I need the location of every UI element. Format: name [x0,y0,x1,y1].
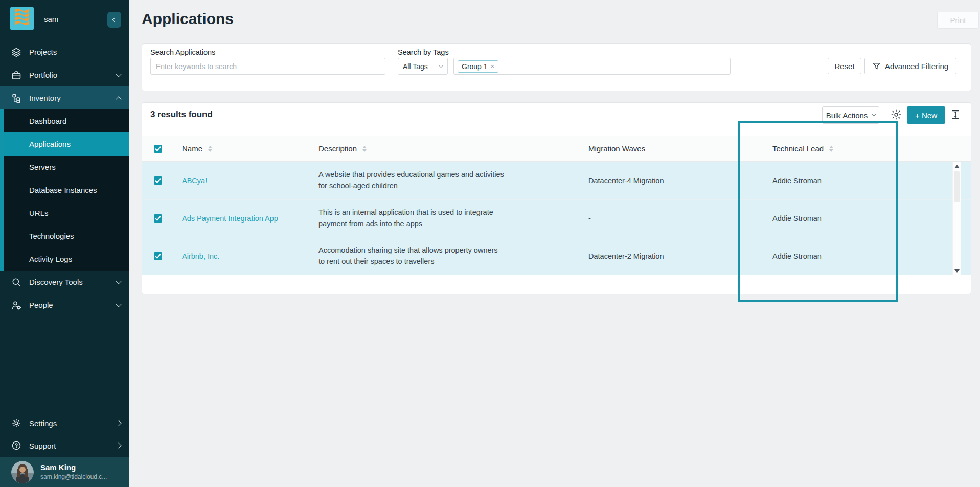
sidebar-item-inventory[interactable]: Inventory [0,86,129,109]
advanced-filtering-button[interactable]: Advanced Filtering [864,58,956,74]
column-header-migration-waves[interactable]: Migration Waves [576,136,760,161]
sitemap-icon [11,93,21,103]
sidebar-item-portfolio[interactable]: Portfolio [0,63,129,86]
advanced-filtering-label: Advanced Filtering [885,62,948,71]
table-settings-button[interactable] [890,108,903,122]
tags-scope-value: All Tags [403,62,428,71]
new-button[interactable]: + New [907,106,945,124]
sidebar-item-urls[interactable]: URLs [4,202,129,225]
column-header-technical-lead[interactable]: Technical Lead [760,136,921,161]
sidebar-item-support[interactable]: Support [0,434,129,457]
row-height-button[interactable] [949,108,962,122]
application-migration-waves: Datacenter-2 Migration [576,252,760,260]
remove-tag-icon[interactable]: × [491,62,495,70]
sidebar-item-projects[interactable]: Projects [0,40,129,63]
sidebar-item-label: Support [29,441,56,450]
user-profile[interactable]: Sam King sam.king@tidalcloud.c... [0,457,129,487]
application-name-link[interactable]: Ads Payment Integration App [169,214,306,223]
table-scrollbar[interactable] [952,162,961,275]
application-migration-waves: Datacenter-4 Migration [576,176,760,185]
search-input[interactable] [150,58,385,75]
layers-icon [11,47,21,57]
page-title: Applications [142,10,234,28]
print-button: Print [937,12,979,29]
person-gear-icon [11,300,21,311]
sidebar-item-settings[interactable]: Settings [0,412,129,434]
sidebar-item-label: Servers [29,163,56,171]
sidebar-item-label: Activity Logs [29,255,72,263]
sidebar-item-label: Inventory [29,94,61,102]
tag-chip-group-1[interactable]: Group 1 × [458,60,498,73]
scroll-down-icon[interactable] [954,269,960,273]
application-name-link[interactable]: Airbnb, Inc. [169,252,306,260]
column-header-label: Name [182,144,202,153]
column-header-name[interactable]: Name [169,136,306,161]
application-technical-lead: Addie Stroman [760,252,921,260]
sidebar-item-label: Settings [29,419,57,428]
sidebar-item-label: People [29,301,53,309]
tags-scope-dropdown[interactable]: All Tags [398,58,448,75]
workspace-name: sam [44,15,58,24]
sidebar-bottom-nav: Settings Support [0,412,129,457]
application-name-link[interactable]: ABCya! [169,176,306,185]
row-checkbox[interactable] [154,176,162,185]
check-icon [154,252,162,260]
sidebar-nav: Projects Portfolio Inventory Dashboard A… [0,40,129,317]
sidebar-collapse-button[interactable] [107,12,121,28]
select-all-checkbox[interactable] [154,145,162,153]
chevron-left-icon [112,17,116,21]
briefcase-icon [11,70,21,80]
chevron-down-icon [439,63,444,68]
sidebar-item-discovery-tools[interactable]: Discovery Tools [0,271,129,294]
chevron-right-icon [116,420,121,426]
sidebar-item-label: Applications [29,140,71,148]
column-header-description[interactable]: Description [306,136,576,161]
application-description: This is an internal application that is … [306,207,561,229]
row-select-cell [142,214,169,223]
check-icon [154,145,162,153]
sidebar-item-applications[interactable]: Applications [4,132,129,156]
filter-panel: Search Applications Search by Tags All T… [142,43,971,91]
funnel-icon [873,62,880,70]
sidebar-item-label: Dashboard [29,117,66,125]
sidebar-item-database-instances[interactable]: Database Instances [4,179,129,202]
application-technical-lead: Addie Stroman [760,176,921,185]
scroll-up-icon[interactable] [954,165,960,168]
sidebar-item-activity-logs[interactable]: Activity Logs [4,248,129,271]
bulk-actions-button[interactable]: Bulk Actions [822,106,879,124]
table-scrollbar-thumb[interactable] [954,171,960,202]
sidebar-item-label: URLs [29,209,49,217]
search-applications-label: Search Applications [150,48,215,56]
tags-input[interactable]: Group 1 × [453,58,731,75]
sidebar-header: sam [0,0,129,39]
select-all-cell [142,145,169,153]
row-checkbox[interactable] [154,252,162,260]
tidal-logo-icon [10,7,34,30]
applications-table-panel: 3 results found Bulk Actions + New Name … [142,102,971,294]
sidebar-item-dashboard[interactable]: Dashboard [4,109,129,132]
row-height-icon [950,109,961,120]
table-row: Airbnb, Inc. Accomodation sharing site t… [142,237,971,275]
application-migration-waves: - [576,214,760,223]
application-technical-lead: Addie Stroman [760,214,921,223]
chevron-up-icon [116,96,121,102]
sidebar-item-servers[interactable]: Servers [4,156,129,179]
sidebar-item-people[interactable]: People [0,294,129,317]
chevron-right-icon [116,442,121,448]
column-header-label: Migration Waves [588,144,645,153]
sidebar-item-label: Projects [29,48,57,56]
table-header-row: Name Description Migration Waves Technic… [142,136,971,162]
chevron-down-icon [116,278,121,284]
reset-button[interactable]: Reset [828,58,861,74]
sidebar: sam Projects Portfolio Inventory Dashboa… [0,0,129,487]
chevron-down-icon [116,71,121,77]
sidebar-item-label: Discovery Tools [29,278,83,286]
sort-icon [362,146,367,152]
check-icon [154,214,162,223]
row-checkbox[interactable] [154,214,162,223]
sidebar-item-label: Portfolio [29,71,57,79]
sidebar-item-technologies[interactable]: Technologies [4,225,129,248]
column-header-label: Technical Lead [772,144,824,153]
table-body: ABCya! A website that provides education… [142,162,971,275]
avatar [11,461,34,483]
